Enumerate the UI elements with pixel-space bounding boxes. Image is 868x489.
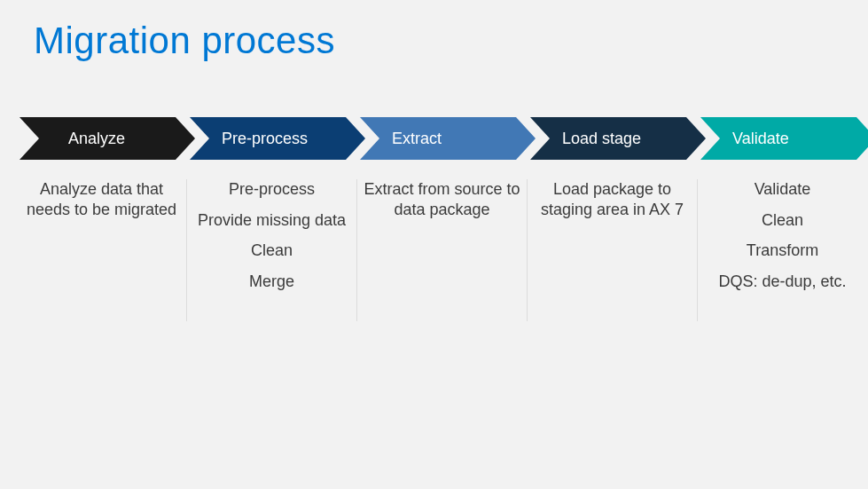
desc-text: DQS: de-dup, etc. [700,272,864,292]
col-preprocess: Pre-process Provide missing data Clean M… [190,179,354,302]
desc-text: Pre-process [190,179,354,200]
col-validate: Validate Clean Transform DQS: de-dup, et… [700,179,864,302]
chevron-preprocess: Pre-process [190,117,365,160]
desc-text: Transform [700,241,864,261]
chevron-loadstage: Load stage [530,117,706,160]
column-separator [356,179,357,321]
chevron-validate: Validate [700,117,868,160]
chevron-label: Analyze [20,117,195,160]
chevron-analyze: Analyze [20,117,195,160]
chevron-label: Load stage [530,117,706,160]
chevron-label: Validate [700,117,868,160]
chevron-row: Analyze Pre-process Extract Load stage V [0,117,868,160]
desc-text: Validate [700,179,864,200]
chevron-label: Extract [360,117,536,160]
slide-title: Migration process [34,20,335,62]
column-separator [697,179,698,321]
col-loadstage: Load package to staging area in AX 7 [530,179,694,230]
desc-text: Load package to staging area in AX 7 [530,179,694,219]
desc-text: Merge [190,272,354,292]
slide: Migration process Analyze Pre-process Ex… [0,0,868,489]
col-extract: Extract from source to data package [360,179,524,230]
chevron-label: Pre-process [190,117,365,160]
col-analyze: Analyze data that needs to be migrated [20,179,184,230]
chevron-extract: Extract [360,117,536,160]
desc-text: Extract from source to data package [360,179,524,219]
desc-text: Analyze data that needs to be migrated [20,179,184,219]
desc-text: Provide missing data [190,210,354,231]
column-separator [527,179,528,321]
column-separator [186,179,187,321]
desc-text: Clean [190,241,354,261]
desc-text: Clean [700,210,864,231]
